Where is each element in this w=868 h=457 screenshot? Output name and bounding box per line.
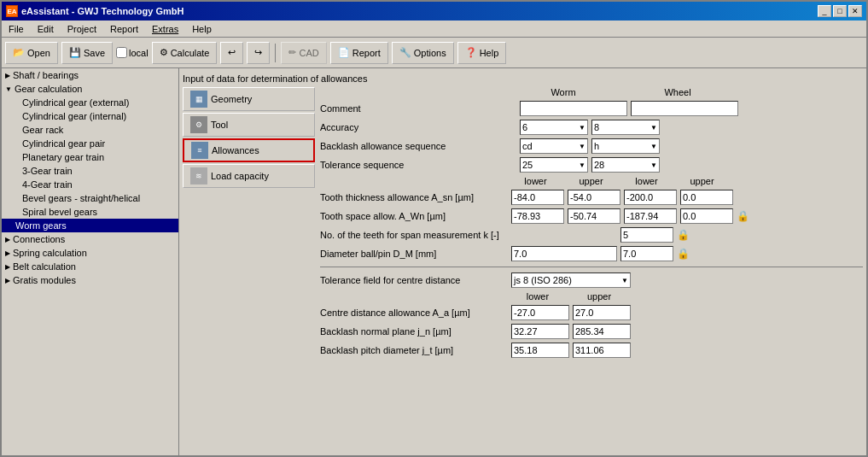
local-checkbox[interactable] (116, 47, 127, 58)
tab-load-capacity[interactable]: ≋ Load capacity (183, 164, 315, 188)
tolerance-field-dropdown[interactable]: js 8 (ISO 286) ▼ (511, 272, 631, 288)
open-button[interactable]: 📂 Open (5, 42, 58, 64)
diam-worm-input[interactable] (511, 246, 617, 261)
geometry-icon: ▦ (190, 91, 207, 108)
allowances-icon: ≡ (191, 142, 208, 159)
minimize-button[interactable]: _ (818, 5, 831, 17)
centre-dist-lower-input[interactable] (511, 305, 569, 320)
chevron-down-icon: ▼ (621, 277, 628, 284)
tt-wheel-upper-input[interactable] (680, 190, 733, 205)
accuracy-row: Accuracy 6 ▼ 8 ▼ (320, 120, 863, 135)
span-meas-row: No. of the teeth for span measurement k … (320, 227, 863, 243)
bn-lower-input[interactable] (511, 324, 569, 339)
menu-edit[interactable]: Edit (34, 23, 57, 35)
tt-worm-upper-input[interactable] (568, 190, 620, 205)
tolerance-field-label: Tolerance field for centre distance (320, 275, 508, 285)
sidebar-item-spiral[interactable]: Spiral bevel gears (2, 205, 178, 219)
sidebar-item-spring[interactable]: ▶ Spring calculation (2, 246, 178, 260)
redo-button[interactable]: ↪ (247, 42, 270, 64)
save-button[interactable]: 💾 Save (61, 42, 113, 64)
tolerance-seq-worm-dropdown[interactable]: 25 ▼ (520, 157, 588, 173)
backlash-seq-wheel-dropdown[interactable]: h ▼ (591, 138, 660, 154)
upper-worm-header: upper (563, 176, 619, 186)
span-meas-wheel-input[interactable] (620, 227, 673, 243)
centre-upper-header: upper (569, 291, 629, 302)
menu-bar: File Edit Project Report Extras Help (2, 21, 866, 38)
diameter-row: Diameter ball/pin D_M [mm] 🔒 (320, 246, 863, 261)
tt-worm-lower-input[interactable] (511, 190, 564, 205)
divider (320, 267, 863, 267)
sidebar-item-gear-rack[interactable]: Gear rack (2, 123, 178, 137)
cad-icon: ✏ (288, 47, 296, 58)
lower-worm-header: lower (508, 176, 563, 186)
col-headers: Worm Wheel (508, 87, 863, 97)
comment-worm-input[interactable] (520, 101, 627, 116)
sidebar: ▶ Shaft / bearings ▼ Gear calculation Cy… (2, 68, 179, 455)
backlash-seq-worm-dropdown[interactable]: cd ▼ (520, 138, 588, 154)
bp-lower-input[interactable] (511, 343, 569, 358)
cad-button[interactable]: ✏ CAD (281, 42, 326, 64)
sidebar-item-planetary[interactable]: Planetary gear train (2, 150, 178, 164)
calculate-button[interactable]: ⚙ Calculate (152, 42, 218, 64)
maximize-button[interactable]: □ (833, 5, 847, 17)
tab-allowances[interactable]: ≡ Allowances (183, 138, 315, 162)
triangle-belt: ▶ (5, 263, 10, 271)
chevron-down-icon: ▼ (650, 143, 657, 150)
backlash-normal-row: Backlash normal plane j_n [µm] (320, 324, 863, 339)
chevron-down-icon: ▼ (650, 161, 657, 169)
ts-wheel-upper-input[interactable] (680, 208, 733, 224)
diameter-label: Diameter ball/pin D_M [mm] (320, 249, 508, 259)
menu-project[interactable]: Project (64, 23, 100, 35)
save-icon: 💾 (69, 47, 81, 58)
local-checkbox-container: local (116, 47, 149, 58)
tolerance-seq-wheel-dropdown[interactable]: 28 ▼ (591, 157, 660, 173)
diam-wheel-input[interactable] (620, 246, 673, 261)
bp-upper-input[interactable] (573, 343, 631, 358)
triangle-spring: ▶ (5, 249, 10, 257)
span-meas-label: No. of the teeth for span measurement k … (320, 230, 508, 240)
sidebar-item-gratis[interactable]: ▶ Gratis modules (2, 273, 178, 287)
title-bar: EA eAssistant - GWJ Technology GmbH _ □ … (2, 2, 866, 21)
tooth-thickness-row: Tooth thickness allowance A_sn [µm] (320, 190, 863, 205)
tab-tool[interactable]: ⚙ Tool (183, 113, 315, 137)
tab-geometry[interactable]: ▦ Geometry (183, 87, 315, 111)
ts-worm-lower-input[interactable] (511, 208, 564, 224)
sidebar-item-cyl-int[interactable]: Cylindrical gear (internal) (2, 109, 178, 123)
chevron-down-icon: ▼ (579, 143, 585, 150)
accuracy-wheel-dropdown[interactable]: 8 ▼ (591, 120, 660, 135)
ts-wheel-lower-input[interactable] (624, 208, 677, 224)
comment-wheel-input[interactable] (631, 101, 738, 116)
tooth-space-row: Tooth space allow. A_Wn [µm] 🔒 (320, 208, 863, 224)
triangle-icon-gear: ▼ (5, 85, 12, 93)
tooth-thickness-label: Tooth thickness allowance A_sn [µm] (320, 192, 508, 202)
close-button[interactable]: ✕ (848, 5, 862, 17)
sidebar-item-worm-gears[interactable]: Worm gears (2, 219, 178, 232)
sidebar-item-shaft-bearings[interactable]: ▶ Shaft / bearings (2, 68, 178, 82)
sidebar-item-cyl-ext[interactable]: Cylindrical gear (external) (2, 96, 178, 109)
app-icon: EA (6, 5, 18, 17)
help-button[interactable]: ❓ Help (457, 42, 507, 64)
triangle-connections: ▶ (5, 236, 10, 243)
menu-report[interactable]: Report (107, 23, 142, 35)
menu-file[interactable]: File (5, 23, 27, 35)
sidebar-item-gear-calculation[interactable]: ▼ Gear calculation (2, 82, 178, 96)
sidebar-item-belt[interactable]: ▶ Belt calculation (2, 260, 178, 273)
tt-wheel-lower-input[interactable] (624, 190, 677, 205)
report-button[interactable]: 📄 Report (330, 42, 388, 64)
bn-upper-input[interactable] (573, 324, 631, 339)
options-icon: 🔧 (399, 47, 411, 58)
ts-worm-upper-input[interactable] (568, 208, 620, 224)
sidebar-item-4gear[interactable]: 4-Gear train (2, 178, 178, 191)
sidebar-item-connections[interactable]: ▶ Connections (2, 232, 178, 246)
lower-upper-headers: lower upper lower upper (508, 176, 863, 186)
backlash-normal-label: Backlash normal plane j_n [µm] (320, 326, 508, 337)
options-button[interactable]: 🔧 Options (392, 42, 454, 64)
undo-button[interactable]: ↩ (220, 42, 243, 64)
sidebar-item-3gear[interactable]: 3-Gear train (2, 164, 178, 178)
menu-help[interactable]: Help (189, 23, 215, 35)
sidebar-item-cyl-pair[interactable]: Cylindrical gear pair (2, 137, 178, 150)
accuracy-worm-dropdown[interactable]: 6 ▼ (520, 120, 588, 135)
menu-extras[interactable]: Extras (149, 23, 182, 35)
centre-dist-upper-input[interactable] (573, 305, 631, 320)
sidebar-item-bevel[interactable]: Bevel gears - straight/helical (2, 191, 178, 205)
